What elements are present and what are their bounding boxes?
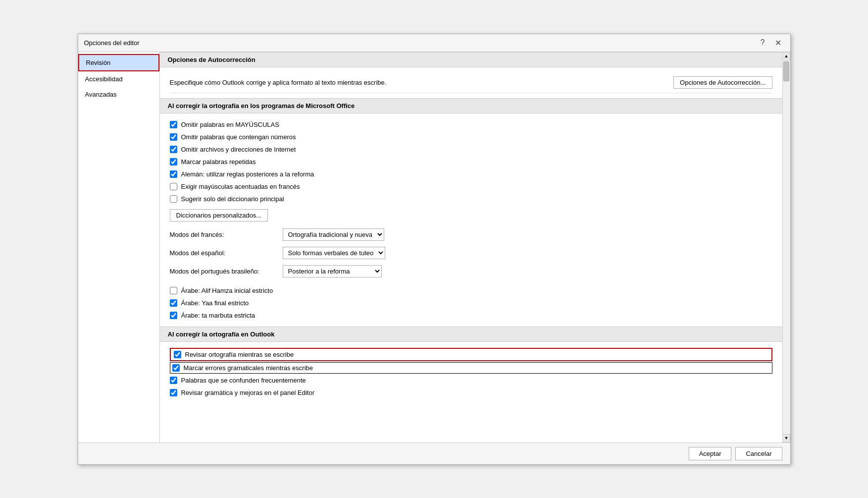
checkbox-arabe-yaa: Árabe: Yaa final estricto (170, 297, 772, 309)
sidebar-item-avanzadas[interactable]: Avanzadas (78, 87, 159, 102)
checkbox-arabe-alif: Árabe: Alif Hamza inicial estricto (170, 284, 772, 297)
scroll-up-arrow[interactable]: ▲ (782, 52, 790, 60)
autocorrect-content: Especifique cómo Outlook corrige y aplic… (160, 67, 782, 98)
scroll-down-arrow[interactable]: ▼ (782, 434, 790, 443)
autocorrect-options-button[interactable]: Opciones de Autocorrección... (673, 76, 772, 89)
checkbox-sugerir-diccionario: Sugerir solo del diccionario principal (170, 193, 772, 205)
dropdown-espanol-label: Modos del español: (170, 249, 279, 257)
cb-aleman[interactable] (170, 170, 177, 178)
cb-exigir-mayusculas[interactable] (170, 183, 177, 190)
dropdown-espanol[interactable]: Solo formas verbales de tuteo Tuteo y vo… (283, 247, 385, 259)
spell-outlook-header: Al corregir la ortografía en Outlook (160, 327, 782, 342)
spell-office-content: Omitir palabras en MAYÚSCULAS Omitir pal… (160, 113, 782, 327)
sidebar-item-revision[interactable]: Revisión (78, 54, 159, 71)
cb-marcar-repetidas[interactable] (170, 158, 177, 166)
cb-revisar-ortografia[interactable] (174, 351, 181, 358)
dropdown-espanol-row: Modos del español: Solo formas verbales … (170, 244, 772, 262)
main-with-scroll: Opciones de Autocorrección Especifique c… (160, 52, 790, 443)
cb-omitir-mayusculas[interactable] (170, 121, 177, 128)
cb-arabe-alif[interactable] (170, 287, 177, 294)
checkbox-marcar-gramaticales: Marcar errores gramaticales mientras esc… (170, 362, 772, 374)
sidebar: Revisión Accesibilidad Avanzadas (78, 52, 160, 443)
cb-marcar-gramaticales[interactable] (172, 364, 180, 372)
autocorrect-description: Especifique cómo Outlook corrige y aplic… (170, 79, 666, 86)
checkbox-omitir-numeros: Omitir palabras que contengan números (170, 131, 772, 143)
dropdown-portugues-row: Modos del portugués brasileño: Posterior… (170, 262, 772, 280)
dropdown-frances-label: Modos del francés: (170, 231, 279, 238)
title-bar-controls: ? ✕ (758, 37, 784, 49)
cb-arabe-yaa[interactable] (170, 299, 177, 307)
title-bar: Opciones del editor ? ✕ (78, 34, 790, 52)
cb-arabe-ta[interactable] (170, 312, 177, 319)
cancel-button[interactable]: Cancelar (735, 447, 782, 460)
autocorrect-header: Opciones de Autocorrección (160, 52, 782, 67)
help-button[interactable]: ? (758, 37, 768, 48)
cb-palabras-confunden[interactable] (170, 377, 177, 384)
checkbox-arabe-ta: Árabe: ta marbuta estricta (170, 309, 772, 322)
cb-sugerir-diccionario[interactable] (170, 195, 177, 203)
main-content: Opciones de Autocorrección Especifique c… (160, 52, 782, 443)
checkbox-omitir-internet: Omitir archivos y direcciones de Interne… (170, 143, 772, 156)
checkbox-exigir-mayusculas: Exigir mayúsculas acentuadas en francés (170, 180, 772, 193)
accept-button[interactable]: Aceptar (689, 447, 732, 460)
spell-outlook-content: Revisar ortografía mientras se escribe M… (160, 342, 782, 404)
footer: Aceptar Cancelar (78, 443, 790, 464)
checkbox-revisar-gramatica: Revisar gramática y mejoras en el panel … (170, 387, 772, 399)
checkbox-palabras-confunden: Palabras que se confunden frecuentemente (170, 374, 772, 387)
dropdown-frances-row: Modos del francés: Ortografía tradiciona… (170, 225, 772, 244)
dropdown-portugues-label: Modos del portugués brasileño: (170, 268, 279, 275)
checkbox-aleman: Alemán: utilizar reglas posteriores a la… (170, 168, 772, 180)
cb-omitir-numeros[interactable] (170, 133, 177, 141)
editor-options-dialog: Opciones del editor ? ✕ Revisión Accesib… (78, 34, 791, 465)
dropdown-portugues[interactable]: Posterior a la reforma Anterior a la ref… (283, 265, 382, 277)
dropdown-frances[interactable]: Ortografía tradicional y nueva Ortografí… (283, 228, 384, 241)
dialog-title: Opciones del editor (84, 39, 140, 47)
custom-dictionaries-button[interactable]: Diccionarios personalizados... (170, 209, 268, 221)
checkbox-omitir-mayusculas: Omitir palabras en MAYÚSCULAS (170, 118, 772, 131)
cb-omitir-internet[interactable] (170, 146, 177, 153)
dialog-body: Revisión Accesibilidad Avanzadas Opcione… (78, 52, 790, 443)
autocorrect-row: Especifique cómo Outlook corrige y aplic… (170, 72, 772, 93)
close-button[interactable]: ✕ (772, 37, 784, 49)
cb-revisar-gramatica[interactable] (170, 389, 177, 396)
spell-office-header: Al corregir la ortografía en los program… (160, 98, 782, 113)
sidebar-item-accesibilidad[interactable]: Accesibilidad (78, 71, 159, 87)
scroll-thumb[interactable] (783, 61, 789, 81)
checkbox-marcar-repetidas: Marcar palabras repetidas (170, 156, 772, 168)
scrollbar[interactable]: ▲ ▼ (782, 52, 790, 443)
checkbox-revisar-ortografia: Revisar ortografía mientras se escribe (170, 348, 772, 361)
